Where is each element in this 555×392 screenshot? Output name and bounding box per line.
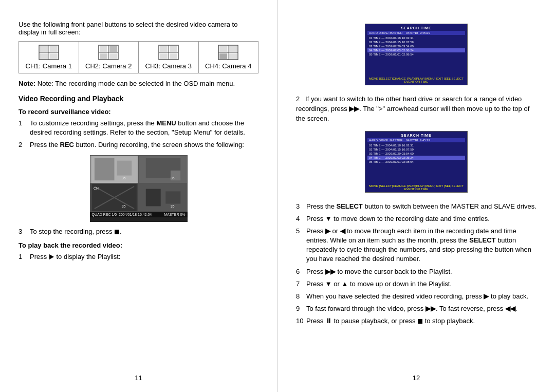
camera-label-3: CH3: Camera 3 [144,62,193,70]
recording-bottom-bar: QUAD REC 1/0 2004/01/18 16:42:04 MASTER … [90,212,188,217]
svg-text:35: 35 [170,204,174,208]
right-step-7: 7 Press ▼ or ▲ to move up or down in the… [296,279,536,289]
svg-rect-12 [100,53,107,59]
right-step-8: 8 When you have selected the desired vid… [296,292,536,301]
playback-steps-list: 1 Press to display the Playlist: [18,252,258,262]
camera-table: CH1: Camera 1 CH2: [18,41,258,73]
step2-para: 2 If you want to switch to the other har… [296,95,536,124]
camera-icon-1: CH1: Camera 1 [19,42,79,73]
intro-text: Use the following front panel buttons to… [18,21,258,36]
playback-heading: To play back the recorded video: [18,241,258,249]
page-number-left: 11 [135,374,142,382]
camera-icon-2: CH2: Camera 2 [79,42,139,73]
svg-text:35: 35 [121,204,125,208]
svg-text:CH: CH [94,186,99,190]
svg-text:35: 35 [170,176,174,180]
svg-rect-18 [170,46,177,52]
search-screenshot-bottom: SEARCH TIME HARD DRIVE: MASTER 04/07/18 … [365,131,468,193]
camera-label-1: CH1: Camera 1 [24,62,73,70]
stop-step-list: 3 To stop the recording, press . [18,227,258,236]
svg-rect-6 [50,53,58,59]
svg-rect-3 [40,46,48,52]
svg-rect-20 [170,53,177,59]
right-steps-list: 3 Press the SELECT button to switch betw… [296,202,536,326]
right-step-5: 5 Press ▶ or ◀ to move through each item… [296,227,536,264]
note-text: Note: Note: The recording mode can be se… [18,80,258,87]
stop-step-3: 3 To stop the recording, press . [18,227,258,236]
svg-rect-19 [160,53,168,59]
play-icon [49,254,54,259]
quad-cell-1: 35 [90,155,139,183]
camera-label-2: CH2: Camera 2 [84,62,134,70]
record-heading: To record surveillance video: [18,108,258,116]
page-right: SEARCH TIME HARD DRIVE: MASTER 04/07/18 … [278,0,555,392]
stop-icon [115,230,119,234]
svg-rect-29 [94,158,114,180]
svg-rect-30 [117,160,132,175]
svg-rect-42 [145,189,160,206]
camera-label-4: CH4: Camera 4 [204,62,253,70]
svg-rect-5 [40,53,48,59]
svg-text:35: 35 [121,176,125,180]
svg-rect-25 [229,46,237,52]
svg-rect-27 [229,53,237,59]
record-step-2: 2 Press the REC button. During recording… [18,140,258,150]
svg-rect-17 [160,46,168,52]
svg-rect-11 [109,46,117,52]
quad-cell-3: CH 35 [90,183,139,212]
playback-step-1: 1 Press to display the Playlist: [18,252,258,262]
svg-rect-10 [100,46,107,52]
stop-icon-2 [418,319,422,324]
right-step-4: 4 Press ▼ to move down to the recording … [296,214,536,223]
page-number-right: 12 [413,374,420,382]
right-step-6: 6 Press ▶▶ to move the cursor back to th… [296,267,536,276]
svg-rect-24 [219,46,227,52]
record-steps-list: 1 To customize recording settings, press… [18,119,258,150]
svg-rect-26 [219,53,227,59]
right-step-10: 10 Press ⏸ to pause playback, or press t… [296,316,536,326]
search-screenshot-top: SEARCH TIME HARD DRIVE: MASTER 04/07/18 … [365,24,468,85]
quad-cell-2: 35 [139,155,188,183]
page-left: Use the following front panel buttons to… [0,0,278,392]
section-title: Video Recording and Playback [18,95,258,103]
camera-icon-4: CH4: Camera 4 [198,42,258,73]
right-step-3: 3 Press the SELECT button to switch betw… [296,202,536,211]
svg-rect-13 [109,53,117,59]
right-step-9: 9 To fast forward through the video, pre… [296,304,536,313]
recording-screenshot: 35 35 CH [90,155,188,222]
camera-icon-3: CH3: Camera 3 [139,42,199,73]
svg-rect-43 [165,191,180,203]
quad-cell-4: 35 [139,183,188,212]
svg-rect-4 [50,46,58,52]
record-step-1: 1 To customize recording settings, press… [18,119,258,137]
